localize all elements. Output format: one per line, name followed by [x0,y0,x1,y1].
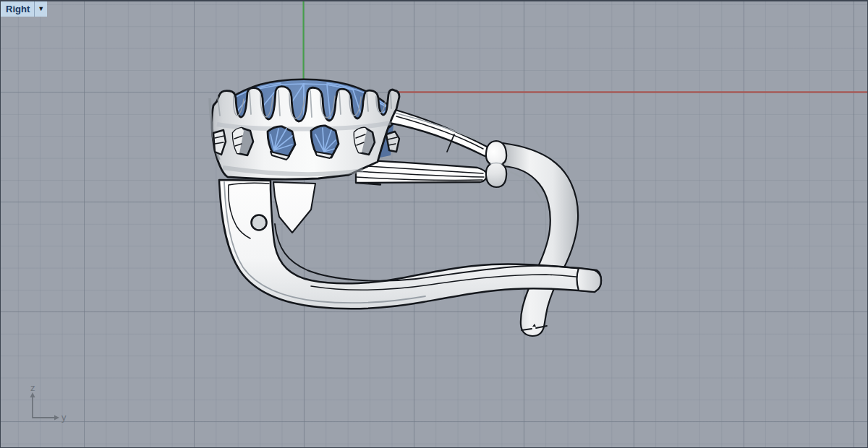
viewport-title-label[interactable]: Right [1,4,34,14]
lever-band-end-cap [577,268,602,292]
gizmo-y-label: y [61,412,67,423]
viewport-menu-dropdown-icon[interactable]: ▼ [35,6,47,12]
gizmo-z-label: z [30,382,35,393]
axis-gizmo: z y [30,382,67,423]
earring-model[interactable] [210,79,601,336]
catch-bead [486,141,506,187]
lever-band-hole [252,215,267,231]
model-canvas: z y [0,0,868,448]
viewport-right[interactable]: z y Right ▼ [0,0,868,448]
ear-hook-wire [503,143,578,336]
viewport-title-bar[interactable]: Right ▼ [1,1,47,17]
clasp-upper-band [388,109,490,157]
clasp-hinge-plate [273,182,315,233]
